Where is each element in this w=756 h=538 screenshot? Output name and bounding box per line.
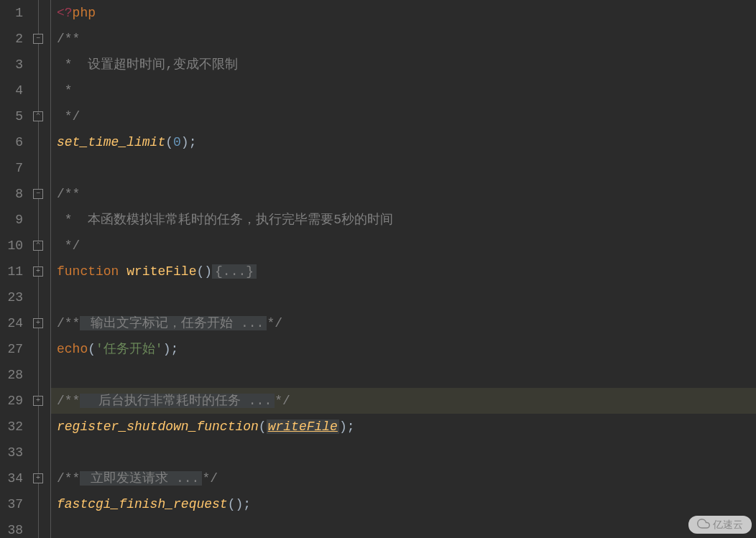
line-number: 23 — [0, 284, 23, 310]
line-number: 37 — [0, 491, 23, 517]
code-line[interactable] — [51, 155, 756, 181]
line-number: 33 — [0, 440, 23, 465]
code-line[interactable] — [51, 284, 756, 310]
code-line[interactable]: /** — [51, 181, 756, 207]
fold-toggle-minus-icon[interactable]: − — [33, 189, 43, 199]
line-number: 32 — [0, 414, 23, 440]
cloud-icon — [697, 517, 710, 532]
fold-toggle-plus-icon[interactable]: + — [33, 473, 43, 483]
line-number: 28 — [0, 362, 23, 388]
code-line[interactable]: /** 输出文字标记，任务开始 ...*/ — [51, 310, 756, 336]
code-line[interactable]: set_time_limit(0); — [51, 129, 756, 155]
code-line-current[interactable]: /** 后台执行非常耗时的任务 ...*/ — [51, 388, 756, 414]
code-line[interactable]: /** 立即发送请求 ...*/ — [51, 465, 756, 491]
line-number: 3 — [0, 52, 23, 78]
code-line[interactable] — [51, 440, 756, 465]
code-line[interactable]: /** — [51, 26, 756, 52]
line-number: 29 — [0, 388, 23, 414]
line-number: 27 — [0, 336, 23, 362]
code-line[interactable]: echo('任务开始'); — [51, 336, 756, 362]
line-number: 9 — [0, 207, 23, 233]
line-number: 24 — [0, 310, 23, 336]
fold-end-icon[interactable]: ⌃ — [33, 111, 43, 121]
folded-region: 立即发送请求 ... — [80, 471, 202, 486]
code-line[interactable] — [51, 517, 756, 538]
line-number: 34 — [0, 465, 23, 491]
code-line[interactable]: */ — [51, 233, 756, 259]
line-number: 10 — [0, 233, 23, 259]
code-line[interactable]: * — [51, 78, 756, 103]
code-editor: 1 2 3 4 5 6 7 8 9 10 11 23 24 27 28 29 3… — [0, 0, 756, 538]
line-number: 4 — [0, 78, 23, 103]
line-number: 11 — [0, 259, 23, 284]
fold-toggle-plus-icon[interactable]: + — [33, 396, 43, 406]
line-number: 7 — [0, 155, 23, 181]
code-line[interactable]: * 设置超时时间,变成不限制 — [51, 52, 756, 78]
code-line[interactable]: <?php — [51, 0, 756, 26]
watermark-text: 亿速云 — [713, 519, 743, 532]
folded-region: 后台执行非常耗时的任务 ... — [80, 394, 275, 408]
code-line[interactable] — [51, 362, 756, 388]
line-number: 2 — [0, 26, 23, 52]
code-line[interactable]: */ — [51, 103, 756, 129]
line-number: 38 — [0, 517, 23, 538]
code-line[interactable]: fastcgi_finish_request(); — [51, 491, 756, 517]
line-number: 8 — [0, 181, 23, 207]
watermark-badge: 亿速云 — [688, 516, 752, 534]
code-line[interactable]: * 本函数模拟非常耗时的任务，执行完毕需要5秒的时间 — [51, 207, 756, 233]
code-line[interactable]: function writeFile(){...} — [51, 259, 756, 284]
fold-end-icon[interactable]: ⌃ — [33, 241, 43, 251]
line-number-gutter: 1 2 3 4 5 6 7 8 9 10 11 23 24 27 28 29 3… — [0, 0, 29, 538]
line-number: 5 — [0, 103, 23, 129]
folded-region: {...} — [212, 264, 257, 279]
fold-gutter: − ⌃ − ⌃ + + + + — [29, 0, 50, 538]
fold-toggle-plus-icon[interactable]: + — [33, 266, 43, 277]
folded-region: 输出文字标记，任务开始 ... — [80, 316, 267, 330]
fold-toggle-plus-icon[interactable]: + — [33, 318, 43, 328]
line-number: 1 — [0, 0, 23, 26]
fold-toggle-minus-icon[interactable]: − — [33, 34, 43, 44]
code-content[interactable]: <?php /** * 设置超时时间,变成不限制 * */ set_time_l… — [50, 0, 756, 538]
code-line[interactable]: register_shutdown_function(writeFile); — [51, 414, 756, 440]
line-number: 6 — [0, 129, 23, 155]
